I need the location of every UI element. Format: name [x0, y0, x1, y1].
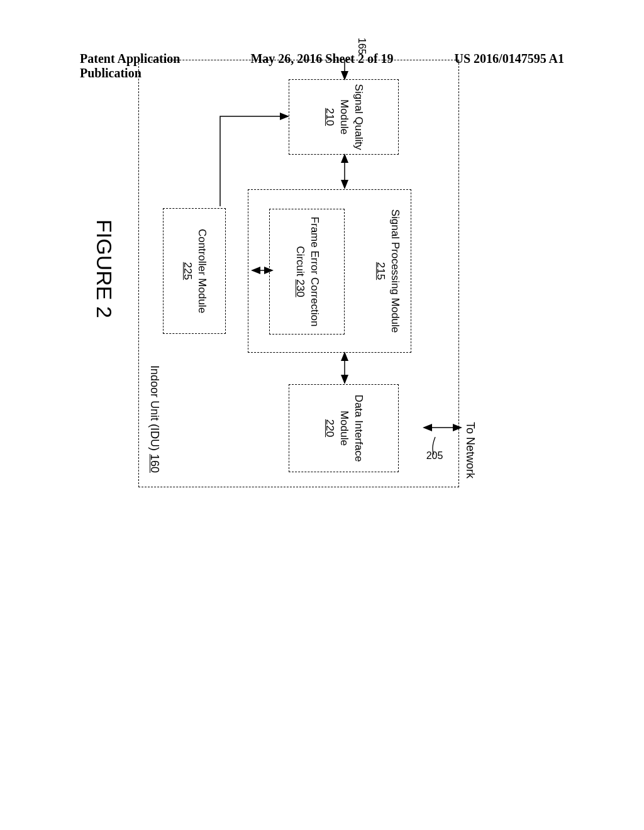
di-ref: 220 [324, 419, 336, 437]
sq-line1: Signal Quality [353, 84, 365, 150]
figure-caption: FIGURE 2 [92, 219, 116, 318]
frame-error-correction-box: Frame Error Correction Circuit 230 [269, 209, 345, 335]
sp-line1: Signal Processing Module [389, 209, 401, 333]
signal-quality-module: Signal Quality Module 210 [289, 79, 399, 155]
di-line2: Module [338, 411, 350, 446]
controller-module: Controller Module 225 [163, 208, 226, 334]
ctrl-label: Controller Module 225 [180, 229, 209, 313]
sq-label: Signal Quality Module 210 [322, 84, 365, 150]
sq-line2: Module [338, 99, 350, 135]
ref-205-label: 205 [426, 450, 443, 462]
sq-ref: 210 [324, 108, 336, 126]
di-line1: Data Interface [353, 395, 365, 462]
data-interface-module: Data Interface Module 220 [289, 384, 399, 472]
idu-ref: 160 [148, 454, 161, 473]
idu-outer-box: Signal Quality Module 210 Signal Process… [138, 60, 459, 487]
diagram-inner: To Network Signal Quality Module 210 Sig… [82, 60, 484, 519]
idu-label: Indoor Unit (IDU) 160 [148, 365, 161, 473]
fec-line2: Circuit [294, 246, 306, 279]
sp-ref: 215 [375, 262, 387, 280]
to-network-label: To Network [464, 422, 477, 479]
idu-text: Indoor Unit (IDU) [148, 365, 161, 454]
sp-label: Signal Processing Module 215 [373, 190, 402, 352]
diagram-rotated-wrapper: To Network Signal Quality Module 210 Sig… [107, 88, 459, 490]
ref-165-leader-icon [336, 55, 399, 62]
fec-ref: 230 [294, 279, 306, 297]
di-label: Data Interface Module 220 [322, 395, 365, 462]
fec-line1: Frame Error Correction [309, 217, 321, 327]
ref-165-label: 165 [356, 38, 367, 55]
fec-label: Frame Error Correction Circuit 230 [292, 217, 321, 327]
signal-processing-module: Signal Processing Module 215 Frame Error… [248, 189, 411, 353]
ctrl-line1: Controller Module [196, 229, 208, 313]
ctrl-ref: 225 [182, 262, 194, 280]
